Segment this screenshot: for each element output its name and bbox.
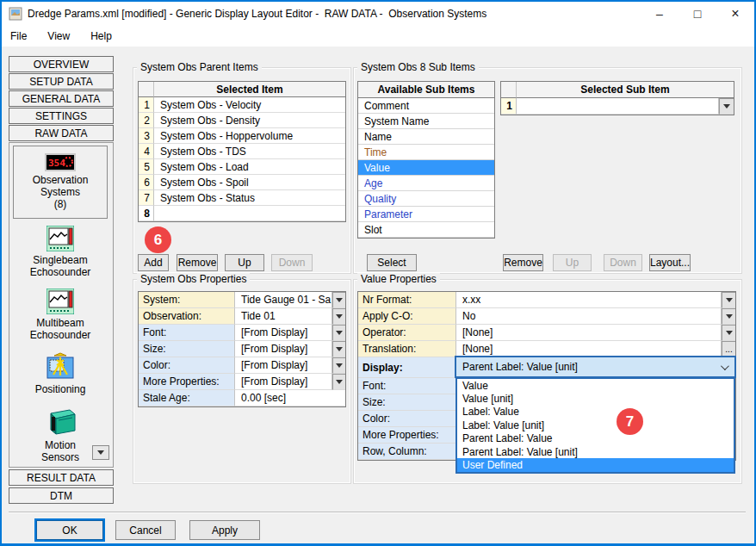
- list-item[interactable]: Age: [358, 176, 494, 191]
- table-row-selected[interactable]: 8 System Obs - Tide 01: [139, 206, 345, 221]
- led-display-icon: 354: [45, 153, 76, 171]
- menu-view[interactable]: View: [46, 28, 71, 44]
- dropdown-button[interactable]: [722, 308, 735, 325]
- add-button[interactable]: Add: [138, 254, 169, 271]
- list-item[interactable]: Comment: [358, 98, 494, 114]
- sub-down-button[interactable]: Down: [604, 254, 642, 271]
- property-label: Size:: [139, 341, 235, 357]
- row-number: 6: [139, 175, 154, 190]
- list-item[interactable]: Parameter: [358, 207, 494, 222]
- list-item[interactable]: Slot: [358, 222, 494, 238]
- property-value[interactable]: [None]: [456, 341, 722, 357]
- cancel-button[interactable]: Cancel: [115, 520, 176, 540]
- category-observation-systems[interactable]: 354 Observation Systems (8): [13, 146, 108, 219]
- table-row[interactable]: 7 System Obs - Status: [139, 190, 345, 206]
- property-value[interactable]: [From Display]: [235, 341, 332, 357]
- remove-button[interactable]: Remove: [177, 254, 218, 271]
- list-item-selected[interactable]: Value: [358, 160, 494, 176]
- list-item[interactable]: Quality: [358, 191, 494, 207]
- row-label: System Obs - Velocity: [154, 97, 345, 113]
- select-button[interactable]: Select: [367, 254, 417, 271]
- dropdown-button[interactable]: [722, 292, 735, 308]
- dropdown-option[interactable]: Label: Value [unit]: [457, 419, 734, 431]
- sidebar-item-result-data[interactable]: RESULT DATA: [9, 469, 114, 486]
- table-row[interactable]: 3 System Obs - Hoppervolume: [139, 128, 345, 144]
- table-row[interactable]: 6 System Obs - Spoil: [139, 175, 345, 190]
- ellipsis-button[interactable]: ...: [722, 341, 735, 357]
- dropdown-button[interactable]: [332, 341, 345, 357]
- property-value[interactable]: No: [456, 308, 722, 325]
- property-value[interactable]: 0.00 [sec]: [235, 390, 345, 406]
- menu-help[interactable]: Help: [89, 28, 114, 44]
- parent-items-group-label: System Obs Parent Items: [137, 61, 262, 73]
- dropdown-option-highlighted[interactable]: User Defined: [457, 458, 734, 471]
- up-button[interactable]: Up: [225, 254, 264, 271]
- sidebar-item-raw-data[interactable]: RAW DATA: [9, 125, 114, 141]
- dropdown-option[interactable]: Label: Value: [457, 406, 734, 419]
- table-row-selected[interactable]: 1 Value: [501, 98, 734, 115]
- table-row[interactable]: 2 System Obs - Density: [139, 113, 345, 128]
- table-row[interactable]: 5 System Obs - Load: [139, 159, 345, 175]
- chevron-down-icon: [336, 347, 343, 351]
- dropdown-option[interactable]: Parent Label: Value: [457, 432, 734, 445]
- category-multibeam-echosounder[interactable]: Multibeam Echosounder: [13, 289, 108, 341]
- property-row: Observation: Tide 01: [139, 308, 345, 325]
- row-number: 4: [139, 144, 154, 159]
- table-row[interactable]: 1 System Obs - Velocity: [139, 97, 345, 113]
- sub-up-button[interactable]: Up: [553, 254, 592, 271]
- sidebar-item-overview[interactable]: OVERVIEW: [9, 56, 114, 72]
- sidebar-item-setup-data[interactable]: SETUP DATA: [9, 73, 114, 90]
- property-value[interactable]: [From Display]: [235, 325, 332, 341]
- sub-remove-button[interactable]: Remove: [503, 254, 543, 271]
- ok-button[interactable]: OK: [36, 520, 103, 540]
- dropdown-button[interactable]: [332, 374, 345, 390]
- sidebar-item-dtm[interactable]: DTM: [9, 487, 114, 504]
- category-label: Systems: [40, 186, 80, 198]
- dropdown-button[interactable]: [722, 325, 735, 341]
- category-scroll-down-button[interactable]: [92, 445, 109, 460]
- property-value[interactable]: [From Display]: [235, 357, 332, 374]
- layout-button[interactable]: Layout...: [649, 254, 691, 271]
- property-value[interactable]: x.xx: [456, 292, 722, 308]
- property-label: Operator:: [358, 325, 456, 341]
- property-row: Apply C-O: No: [358, 308, 735, 325]
- dropdown-button[interactable]: [332, 357, 345, 374]
- dropdown-option[interactable]: Parent Label: Value [unit]: [457, 445, 734, 458]
- list-item[interactable]: Time: [358, 145, 494, 160]
- category-singlebeam-echosounder[interactable]: Singlebeam Echosounder: [13, 226, 108, 278]
- property-value[interactable]: Tide 01: [235, 308, 332, 325]
- table-row[interactable]: 4 System Obs - TDS: [139, 144, 345, 159]
- sidebar-item-settings[interactable]: SETTINGS: [9, 108, 114, 124]
- property-value[interactable]: Tide Gauge 01 - Sa...: [235, 292, 332, 308]
- property-label: Size:: [358, 394, 456, 411]
- property-row: Nr Format: x.xx: [358, 292, 735, 308]
- menu-file[interactable]: File: [9, 28, 28, 44]
- category-positioning[interactable]: Positioning: [13, 352, 108, 395]
- row-number: 5: [139, 159, 154, 175]
- dropdown-button[interactable]: [332, 292, 345, 308]
- row-label: Value: [517, 98, 719, 115]
- sub-item-dropdown-button[interactable]: [719, 98, 734, 115]
- maximize-button[interactable]: □: [679, 2, 716, 26]
- category-label: Singlebeam: [33, 254, 87, 266]
- minimize-button[interactable]: –: [641, 2, 679, 26]
- property-value[interactable]: [From Display]: [235, 374, 332, 390]
- property-value[interactable]: [None]: [456, 325, 722, 341]
- dialog-content: OVERVIEW SETUP DATA GENERAL DATA SETTING…: [2, 47, 754, 543]
- down-button[interactable]: Down: [271, 254, 313, 271]
- dropdown-option[interactable]: Value [unit]: [457, 392, 734, 405]
- apply-button[interactable]: Apply: [189, 520, 260, 540]
- dropdown-button[interactable]: [332, 308, 345, 325]
- close-button[interactable]: ×: [716, 2, 754, 26]
- sidebar-item-general-data[interactable]: GENERAL DATA: [9, 90, 114, 107]
- property-label: Observation:: [139, 308, 235, 325]
- list-item[interactable]: System Name: [358, 114, 494, 129]
- display-dropdown-list: Value Value [unit] Label: Value Label: V…: [455, 377, 735, 474]
- row-number-header: [139, 82, 154, 97]
- dropdown-option[interactable]: Value: [457, 379, 734, 392]
- dropdown-button[interactable]: [332, 325, 345, 341]
- list-item[interactable]: Name: [358, 129, 494, 145]
- row-number: 3: [139, 128, 154, 144]
- display-combobox[interactable]: Parent Label: Value [unit]: [455, 357, 735, 377]
- chevron-down-icon: [723, 104, 730, 109]
